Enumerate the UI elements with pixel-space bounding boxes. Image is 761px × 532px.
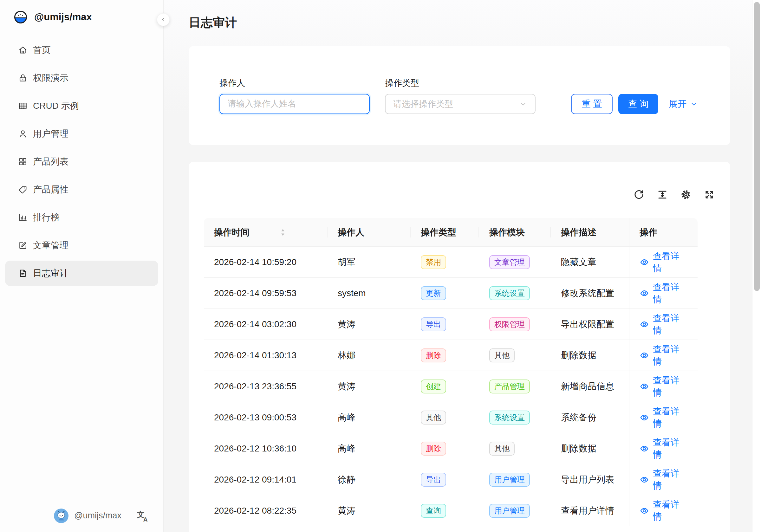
cell-desc: 导出用户列表 [551, 464, 629, 495]
cell-operator: 黄涛 [327, 371, 411, 402]
sidebar-item-label: 排行榜 [33, 211, 60, 223]
type-select-placeholder: 请选择操作类型 [393, 98, 453, 110]
cell-module: 用户管理 [479, 495, 551, 526]
operator-field-group: 操作人 [219, 77, 370, 114]
sidebar-item-file-text[interactable]: 日志审计 [5, 261, 158, 286]
tag-blue: 更新 [421, 286, 446, 300]
tag-blue: 用户管理 [489, 473, 530, 487]
sidebar-menu: 首页权限演示CRUD 示例用户管理产品列表产品属性排行榜文章管理日志审计 [0, 34, 163, 499]
search-button[interactable]: 查 询 [618, 94, 658, 114]
view-detail-label: 查看详情 [653, 499, 687, 523]
page-content: 日志审计 操作人 操作类型 请选择操作类型 [189, 0, 730, 532]
cell-type: 删除 [411, 433, 479, 464]
eye-icon [640, 413, 649, 422]
cell-action: 查看详情 [629, 247, 698, 278]
cell-time: 2026-02-12 10:36:10 [204, 433, 327, 464]
lock-icon [18, 73, 28, 83]
view-detail-link[interactable]: 查看详情 [640, 343, 687, 368]
column-header-module: 操作模块 [479, 218, 551, 247]
app-title: @umijs/max [34, 11, 92, 23]
bar-chart-icon [18, 212, 28, 222]
density-icon[interactable] [657, 189, 668, 201]
view-detail-link[interactable]: 查看详情 [640, 437, 687, 461]
reload-icon[interactable] [633, 189, 645, 201]
tag-green: 产品管理 [489, 380, 530, 393]
cell-action: 查看详情 [629, 464, 698, 495]
settings-icon[interactable] [680, 189, 691, 201]
cell-time: 2026-02-12 09:14:01 [204, 464, 327, 495]
view-detail-link[interactable]: 查看详情 [640, 312, 687, 336]
cell-type: 创建 [411, 371, 479, 402]
user-avatar[interactable] [54, 508, 69, 523]
view-detail-link[interactable]: 查看详情 [640, 375, 687, 398]
cell-time: 2026-02-14 01:30:13 [204, 340, 327, 371]
cell-type: 导出 [411, 464, 479, 495]
operator-label: 操作人 [219, 77, 370, 89]
view-detail-link[interactable]: 查看详情 [640, 281, 687, 305]
sort-icon[interactable] [280, 228, 286, 237]
vertical-scrollbar[interactable] [752, 0, 761, 532]
sidebar-item-bar-chart[interactable]: 排行榜 [5, 205, 158, 230]
eye-icon [640, 320, 649, 329]
cell-time: 2026-02-12 08:22:35 [204, 495, 327, 526]
cell-desc: 删除数据 [551, 433, 629, 464]
cell-desc: 删除数据 [551, 340, 629, 371]
cell-operator: 黄涛 [327, 495, 411, 526]
sidebar-item-label: 用户管理 [33, 128, 69, 140]
page-title: 日志审计 [189, 15, 730, 31]
sidebar-item-label: CRUD 示例 [33, 100, 79, 112]
sidebar-item-label: 权限演示 [33, 72, 69, 84]
umi-bowl-logo-icon [13, 10, 28, 25]
chevron-down-icon [690, 100, 698, 108]
sidebar-collapse-button[interactable] [157, 13, 170, 26]
sidebar-item-tag[interactable]: 产品属性 [5, 177, 158, 202]
tag-magenta: 权限管理 [489, 317, 530, 331]
type-select[interactable]: 请选择操作类型 [385, 94, 536, 114]
column-header-type: 操作类型 [411, 218, 479, 247]
filter-actions: 重 置 查 询 展开 [571, 94, 698, 114]
cell-action: 查看详情 [629, 402, 698, 433]
view-detail-label: 查看详情 [653, 281, 687, 305]
sidebar-item-label: 文章管理 [33, 239, 69, 252]
cell-type: 导出 [411, 309, 479, 340]
view-detail-link[interactable]: 查看详情 [640, 405, 687, 430]
svg-text:A: A [143, 516, 148, 522]
cell-module: 其他 [479, 340, 551, 371]
sidebar-item-user[interactable]: 用户管理 [5, 121, 158, 147]
cell-operator: 高峰 [327, 402, 411, 433]
tag-red: 删除 [421, 348, 446, 362]
reset-button[interactable]: 重 置 [571, 94, 613, 114]
cell-desc: 系统备份 [551, 402, 629, 433]
tag-default: 其他 [489, 442, 515, 455]
footer-app-name: @umijs/max [74, 511, 121, 521]
sidebar-item-appstore[interactable]: 产品列表 [5, 149, 158, 174]
cell-time: 2026-02-14 09:59:53 [204, 278, 327, 309]
sidebar-item-lock[interactable]: 权限演示 [5, 65, 158, 91]
sidebar-item-table[interactable]: CRUD 示例 [5, 93, 158, 119]
tag-red: 删除 [421, 442, 446, 455]
fullscreen-icon[interactable] [704, 189, 715, 201]
view-detail-link[interactable]: 查看详情 [640, 468, 687, 492]
cell-time: 2026-02-13 09:00:53 [204, 402, 327, 433]
cell-desc: 查看用户详情 [551, 495, 629, 526]
view-detail-label: 查看详情 [653, 312, 687, 336]
view-detail-link[interactable]: 查看详情 [640, 250, 687, 274]
operator-input[interactable] [219, 94, 370, 114]
column-header-desc: 操作描述 [551, 218, 629, 247]
table-row: 2026-02-12 09:14:01徐静导出用户管理导出用户列表查看详情 [204, 464, 698, 495]
log-table-card: 操作时间 操作人 操作类型 操作模块 操作描述 操作 2026-02-14 10… [189, 162, 730, 532]
eye-icon [640, 288, 649, 298]
tag-default: 其他 [489, 348, 515, 362]
column-header-time[interactable]: 操作时间 [204, 218, 327, 247]
scrollbar-thumb[interactable] [754, 2, 760, 291]
sidebar-item-home[interactable]: 首页 [5, 37, 158, 63]
cell-operator: 林娜 [327, 340, 411, 371]
tag-green: 创建 [421, 380, 446, 393]
translate-icon[interactable]: 文A [137, 509, 149, 522]
cell-action: 查看详情 [629, 278, 698, 309]
view-detail-link[interactable]: 查看详情 [640, 499, 687, 523]
expand-label: 展开 [669, 98, 686, 110]
cell-operator: 徐静 [327, 464, 411, 495]
expand-toggle[interactable]: 展开 [669, 98, 698, 110]
sidebar-item-edit[interactable]: 文章管理 [5, 233, 158, 258]
